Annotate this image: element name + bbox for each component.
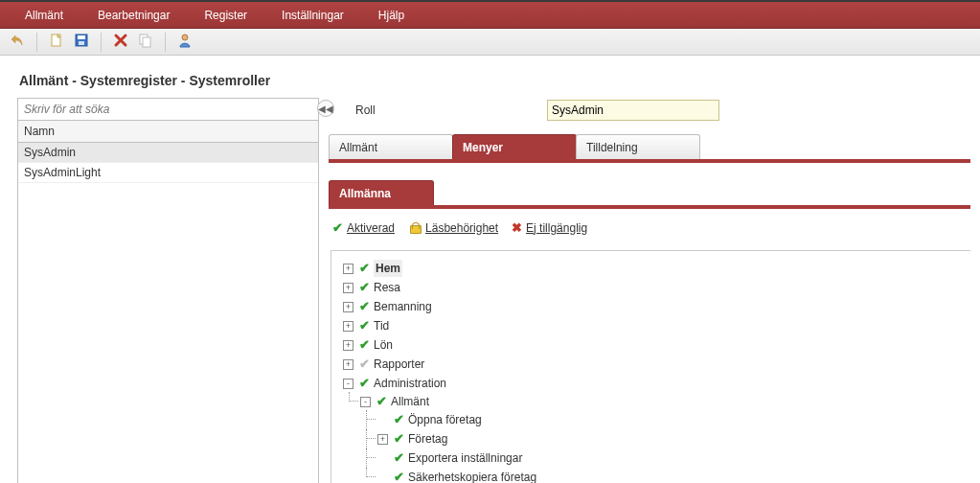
tree-toggle[interactable]: - [360, 397, 371, 407]
copy-icon[interactable] [138, 33, 153, 51]
collapse-panel-icon[interactable]: ◀◀ [317, 100, 334, 117]
check-icon: ✔ [359, 317, 370, 334]
tree-node[interactable]: +✔Företag [377, 430, 963, 448]
subtab-general[interactable]: Allmänna [329, 180, 434, 205]
tree-toggle-blank [377, 415, 388, 426]
tree-toggle-blank [377, 453, 388, 464]
role-input[interactable] [547, 100, 719, 121]
tree-node-label: Företag [408, 430, 447, 448]
legend: ✔Aktiverad Läsbehörighet ✖Ej tillgänglig [329, 209, 970, 244]
tree-toggle[interactable]: + [343, 302, 353, 312]
tree-node[interactable]: ✔Exportera inställningar [377, 449, 963, 467]
tree-node-label: Administration [374, 375, 446, 392]
tree-toggle[interactable]: + [377, 434, 388, 445]
check-grey-icon: ✔ [359, 356, 370, 373]
svg-point-6 [182, 34, 188, 40]
tree-node-label: Exportera inställningar [408, 449, 522, 467]
undo-icon[interactable] [10, 33, 25, 51]
check-icon: ✔ [359, 298, 370, 315]
tree-node-label: Lön [374, 336, 393, 354]
tree-node[interactable]: +✔Hem [343, 260, 963, 277]
tree-node[interactable]: -✔Administration [343, 375, 963, 392]
legend-unavailable[interactable]: Ej tillgänglig [526, 221, 587, 235]
tree-container: +✔Hem+✔Resa+✔Bemanning+✔Tid+✔Lön+✔Rappor… [330, 250, 970, 483]
tree-toggle[interactable]: + [343, 264, 353, 274]
tree-node[interactable]: ✔Öppna företag [377, 411, 963, 428]
tree-toggle-blank [377, 472, 388, 483]
tree-node-label: Tid [374, 317, 389, 334]
tree-toggle[interactable]: + [343, 359, 353, 370]
tree-node[interactable]: +✔Lön [343, 336, 963, 354]
tree-toggle[interactable]: - [343, 379, 353, 389]
tree-node-label: Resa [374, 279, 400, 296]
lock-icon [408, 222, 422, 234]
check-icon: ✔ [359, 375, 370, 392]
check-icon: ✔ [376, 393, 387, 410]
legend-read[interactable]: Läsbehörighet [425, 221, 498, 235]
tree-node[interactable]: +✔Bemanning [343, 298, 963, 315]
main-menu: Allmänt Bearbetningar Register Inställni… [0, 2, 980, 29]
tree-node-label: Bemanning [374, 298, 432, 315]
tree-node[interactable]: -✔Allmänt [360, 393, 963, 410]
svg-rect-5 [143, 37, 150, 47]
tree-node[interactable]: +✔Resa [343, 279, 963, 296]
svg-rect-3 [79, 41, 84, 45]
right-panel: ◀◀ Roll Allmänt Menyer Tilldelning Allmä… [319, 98, 980, 483]
list-item[interactable]: SysAdminLight [18, 163, 318, 183]
menu-item[interactable]: Allmänt [8, 2, 80, 29]
user-icon[interactable] [177, 33, 193, 51]
x-icon: ✖ [512, 220, 522, 235]
new-icon[interactable] [49, 33, 64, 51]
breadcrumb: Allmänt - Systemregister - Systemroller [0, 56, 980, 98]
tree-toggle[interactable]: + [343, 321, 353, 332]
check-icon: ✔ [394, 469, 404, 483]
delete-icon[interactable] [113, 33, 128, 51]
check-icon: ✔ [359, 260, 370, 277]
menu-item[interactable]: Bearbetningar [80, 2, 187, 29]
tab-underline [329, 159, 970, 163]
role-label: Roll [355, 104, 547, 117]
tree-node-label: Hem [374, 260, 402, 277]
menu-item[interactable]: Hjälp [361, 2, 422, 29]
tree-toggle[interactable]: + [343, 283, 353, 293]
name-list: SysAdmin SysAdminLight [17, 143, 319, 483]
tree-node-label: Säkerhetskopiera företag [408, 469, 536, 483]
check-icon: ✔ [359, 336, 370, 354]
menu-item[interactable]: Register [187, 2, 264, 29]
tab-menus[interactable]: Menyer [452, 134, 577, 159]
tree-toggle[interactable]: + [343, 340, 353, 351]
tree-node[interactable]: ✔Säkerhetskopiera företag [377, 469, 963, 483]
check-icon: ✔ [394, 449, 404, 467]
tree-node[interactable]: +✔Rapporter [343, 356, 963, 373]
check-icon: ✔ [394, 430, 404, 448]
search-input[interactable] [17, 98, 319, 121]
svg-rect-2 [78, 35, 85, 39]
tab-assignment[interactable]: Tilldelning [576, 134, 700, 159]
toolbar [0, 29, 980, 56]
left-panel: Namn SysAdmin SysAdminLight [17, 98, 319, 483]
tab-general[interactable]: Allmänt [329, 134, 453, 159]
tree-node[interactable]: +✔Tid [343, 317, 963, 334]
menu-item[interactable]: Inställningar [264, 2, 361, 29]
list-item[interactable]: SysAdmin [18, 143, 318, 163]
tree-node-label: Öppna företag [408, 411, 482, 428]
list-header[interactable]: Namn [17, 121, 319, 143]
check-icon: ✔ [332, 220, 343, 235]
permission-tree: +✔Hem+✔Resa+✔Bemanning+✔Tid+✔Lön+✔Rappor… [343, 259, 963, 483]
tree-node-label: Rapporter [374, 356, 424, 373]
save-icon[interactable] [74, 33, 89, 51]
check-icon: ✔ [394, 411, 404, 428]
tabs: Allmänt Menyer Tilldelning [329, 134, 970, 159]
tree-node-label: Allmänt [391, 393, 429, 410]
legend-activated[interactable]: Aktiverad [347, 221, 395, 235]
check-icon: ✔ [359, 279, 370, 296]
